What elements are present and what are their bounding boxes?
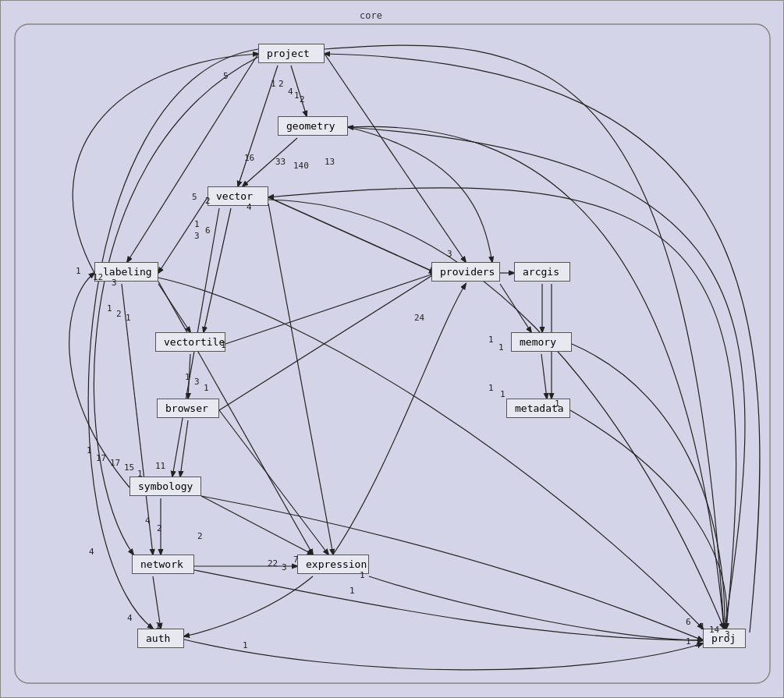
- edge-label-1h: 1: [204, 383, 209, 393]
- node-metadata[interactable]: metadata: [506, 399, 570, 418]
- edge-label-16: 16: [244, 153, 254, 163]
- node-browser-label: browser: [165, 402, 208, 414]
- edge-label-1g: 1: [185, 372, 190, 382]
- node-expression[interactable]: expression: [297, 555, 369, 574]
- edge-label-24: 24: [414, 313, 424, 323]
- node-arcgis[interactable]: arcgis: [514, 262, 570, 282]
- edge-label-3c: 3: [447, 249, 452, 259]
- edge-label-6: 6: [205, 225, 211, 236]
- edge-label-4c: 4: [89, 547, 94, 557]
- edge-label-1o: 1: [488, 335, 494, 345]
- node-network[interactable]: network: [132, 555, 194, 574]
- svg-rect-0: [15, 24, 770, 683]
- edge-label-12b: 12: [93, 272, 103, 282]
- edge-label-4: 4: [288, 87, 293, 97]
- edge-label-2: 2: [278, 79, 284, 89]
- edge-label-5b: 5: [192, 192, 197, 202]
- edge-label-1l: 1: [349, 586, 355, 596]
- edge-label-17: 17: [96, 453, 106, 463]
- edge-label-1b: 1: [194, 219, 200, 229]
- edge-label-140: 140: [293, 161, 309, 171]
- edge-label-1: 1: [294, 90, 300, 101]
- edge-label-7: 7: [293, 555, 299, 565]
- edge-label-1s: 1: [555, 399, 560, 409]
- edge-label-1e: 1: [126, 313, 131, 323]
- edge-label-14: 14: [709, 625, 719, 635]
- node-labeling[interactable]: labeling: [94, 262, 158, 282]
- node-providers-label: providers: [440, 266, 495, 278]
- edge-label-1c: 1: [76, 266, 81, 276]
- graph-svg: [1, 1, 784, 698]
- node-symbology-label: symbology: [138, 480, 193, 492]
- node-auth[interactable]: auth: [137, 629, 184, 648]
- edge-label-13: 13: [325, 157, 335, 167]
- edge-label-1t: 1: [700, 622, 705, 632]
- node-symbology[interactable]: symbology: [129, 477, 201, 496]
- edge-label-3f: 3: [725, 629, 730, 640]
- node-vectortile[interactable]: vectortile: [155, 332, 225, 352]
- edge-label-1j: 1: [137, 469, 143, 479]
- edge-label-1p: 1: [498, 342, 504, 353]
- edge-label-1f: 1: [221, 340, 226, 350]
- edge-label-4d: 4: [127, 613, 133, 623]
- node-expression-label: expression: [306, 558, 367, 570]
- node-auth-label: auth: [146, 632, 170, 644]
- node-providers[interactable]: providers: [431, 262, 500, 282]
- node-project[interactable]: project: [258, 44, 325, 63]
- edge-label-1d: 1: [107, 303, 112, 314]
- node-geometry[interactable]: geometry: [278, 116, 348, 136]
- edge-label-15: 15: [124, 462, 134, 473]
- edge-label-1n: 1: [243, 640, 248, 650]
- edge-label-4arrow: 4: [247, 202, 252, 212]
- edge-label-1i: 1: [87, 445, 92, 455]
- node-memory-label: memory: [520, 336, 556, 348]
- edge-label-2f: 2: [197, 531, 203, 541]
- edge-label-3b: 3: [112, 278, 117, 288]
- edge-label-3: 3: [194, 231, 200, 241]
- node-vectortile-label: vectortile: [164, 336, 225, 348]
- edge-label-22: 22: [268, 558, 278, 569]
- node-geometry-label: geometry: [286, 120, 335, 132]
- edge-label-4b: 4: [145, 516, 151, 526]
- edge-label-1k: 1: [360, 570, 365, 580]
- edge-label-12: 1: [271, 79, 276, 89]
- edge-label-1u: 1: [686, 636, 691, 647]
- node-network-label: network: [140, 558, 183, 570]
- edge-label-1q: 1: [488, 383, 494, 393]
- edge-label-33: 33: [275, 157, 286, 167]
- node-memory[interactable]: memory: [511, 332, 572, 352]
- node-project-label: project: [267, 48, 310, 59]
- edge-label-2d: 2: [116, 309, 122, 319]
- edge-label-11: 11: [155, 461, 165, 471]
- edge-label-17b: 17: [110, 458, 120, 468]
- graph-container: core: [0, 0, 784, 698]
- edge-label-1m: 1: [155, 621, 161, 631]
- node-arcgis-label: arcgis: [523, 266, 559, 278]
- node-browser[interactable]: browser: [157, 399, 219, 418]
- node-vector-label: vector: [216, 190, 253, 202]
- edge-label-4e: 4: [695, 640, 701, 650]
- node-labeling-label: labeling: [103, 266, 152, 278]
- node-vector[interactable]: vector: [208, 186, 268, 206]
- edge-label-1r: 1: [500, 389, 506, 399]
- edge-label-3d: 3: [194, 377, 200, 387]
- edge-label-6b: 6: [686, 617, 691, 627]
- edge-label-2e: 2: [157, 523, 162, 533]
- edge-label-proj-project-5: 5: [223, 71, 229, 81]
- edge-label-2b: 2: [300, 94, 305, 105]
- edge-label-3e: 3: [282, 562, 287, 572]
- edge-label-2c: 2: [205, 196, 211, 206]
